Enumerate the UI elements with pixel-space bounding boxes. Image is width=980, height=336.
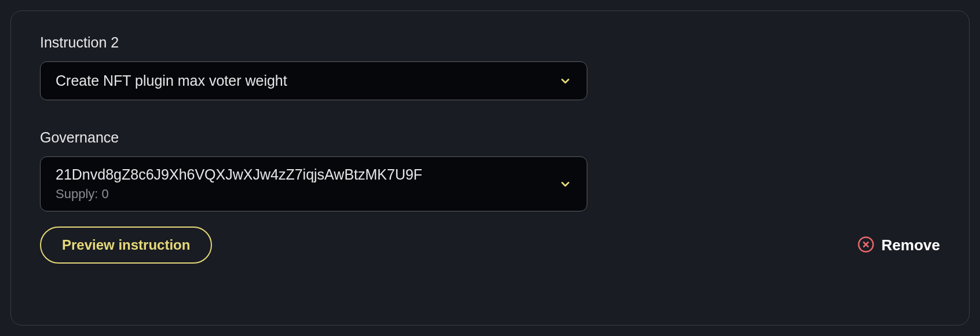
- preview-instruction-button[interactable]: Preview instruction: [40, 227, 212, 264]
- instruction-title: Instruction 2: [40, 34, 940, 51]
- remove-button[interactable]: Remove: [857, 236, 940, 255]
- governance-address: 21Dnvd8gZ8c6J9Xh6VQXJwXJw4zZ7iqjsAwBtzMK…: [56, 166, 422, 183]
- remove-label: Remove: [882, 236, 940, 254]
- instruction-type-dropdown[interactable]: Create NFT plugin max voter weight: [40, 61, 587, 100]
- footer-row: Preview instruction Remove: [40, 227, 940, 264]
- instruction-card: Instruction 2 Create NFT plugin max vote…: [10, 10, 970, 326]
- chevron-down-icon: [559, 178, 572, 191]
- close-circle-icon: [857, 236, 875, 255]
- governance-dropdown[interactable]: 21Dnvd8gZ8c6J9Xh6VQXJwXJw4zZ7iqjsAwBtzMK…: [40, 156, 587, 211]
- chevron-down-icon: [559, 75, 572, 87]
- governance-supply: Supply: 0: [56, 187, 422, 202]
- instruction-type-value: Create NFT plugin max voter weight: [56, 72, 287, 89]
- governance-title: Governance: [40, 129, 940, 146]
- governance-content: 21Dnvd8gZ8c6J9Xh6VQXJwXJw4zZ7iqjsAwBtzMK…: [56, 166, 422, 202]
